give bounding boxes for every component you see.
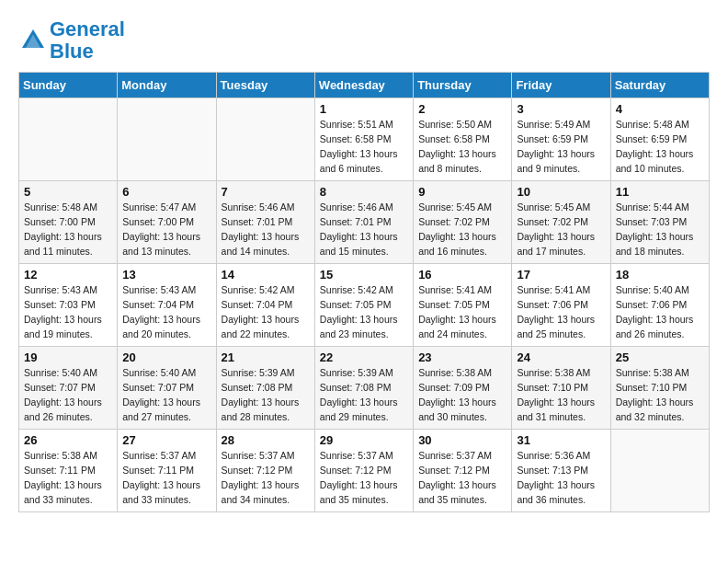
- calendar-cell: 13Sunrise: 5:43 AMSunset: 7:04 PMDayligh…: [118, 264, 216, 347]
- day-info: Sunrise: 5:38 AMSunset: 7:10 PMDaylight:…: [517, 366, 605, 424]
- calendar-cell: [19, 98, 118, 181]
- day-info: Sunrise: 5:41 AMSunset: 7:05 PMDaylight:…: [418, 283, 506, 341]
- logo: General Blue: [18, 18, 125, 63]
- calendar-table: SundayMondayTuesdayWednesdayThursdayFrid…: [18, 72, 710, 512]
- day-number: 2: [418, 102, 506, 116]
- day-number: 11: [616, 185, 704, 199]
- calendar-cell: 7Sunrise: 5:46 AMSunset: 7:01 PMDaylight…: [216, 181, 314, 264]
- day-info: Sunrise: 5:45 AMSunset: 7:02 PMDaylight:…: [418, 201, 506, 259]
- day-info: Sunrise: 5:37 AMSunset: 7:12 PMDaylight:…: [418, 449, 506, 507]
- day-info: Sunrise: 5:41 AMSunset: 7:06 PMDaylight:…: [517, 283, 605, 341]
- day-number: 31: [517, 433, 605, 447]
- day-number: 28: [222, 433, 310, 447]
- calendar-cell: 26Sunrise: 5:38 AMSunset: 7:11 PMDayligh…: [19, 430, 118, 512]
- day-info: Sunrise: 5:40 AMSunset: 7:07 PMDaylight:…: [122, 366, 210, 424]
- day-info: Sunrise: 5:39 AMSunset: 7:08 PMDaylight:…: [320, 366, 408, 424]
- calendar-cell: 3Sunrise: 5:49 AMSunset: 6:59 PMDaylight…: [512, 98, 610, 181]
- calendar-cell: 9Sunrise: 5:45 AMSunset: 7:02 PMDaylight…: [414, 181, 512, 264]
- day-number: 8: [320, 185, 408, 199]
- day-number: 26: [24, 433, 112, 447]
- calendar-cell: [216, 98, 314, 181]
- calendar-cell: 18Sunrise: 5:40 AMSunset: 7:06 PMDayligh…: [610, 264, 709, 347]
- header-cell-monday: Monday: [118, 73, 216, 98]
- page-header: General Blue: [18, 18, 710, 63]
- day-info: Sunrise: 5:42 AMSunset: 7:04 PMDaylight:…: [222, 283, 310, 341]
- calendar-cell: 15Sunrise: 5:42 AMSunset: 7:05 PMDayligh…: [314, 264, 413, 347]
- calendar-cell: 29Sunrise: 5:37 AMSunset: 7:12 PMDayligh…: [314, 430, 413, 512]
- day-number: 29: [320, 433, 408, 447]
- calendar-cell: 30Sunrise: 5:37 AMSunset: 7:12 PMDayligh…: [414, 430, 512, 512]
- header-cell-wednesday: Wednesday: [314, 73, 413, 98]
- calendar-body: 1Sunrise: 5:51 AMSunset: 6:58 PMDaylight…: [19, 98, 710, 512]
- header-cell-sunday: Sunday: [19, 73, 118, 98]
- day-info: Sunrise: 5:49 AMSunset: 6:59 PMDaylight:…: [517, 118, 605, 176]
- calendar-cell: 17Sunrise: 5:41 AMSunset: 7:06 PMDayligh…: [512, 264, 610, 347]
- calendar-cell: 12Sunrise: 5:43 AMSunset: 7:03 PMDayligh…: [19, 264, 118, 347]
- day-info: Sunrise: 5:40 AMSunset: 7:06 PMDaylight:…: [616, 283, 704, 341]
- day-info: Sunrise: 5:42 AMSunset: 7:05 PMDaylight:…: [320, 283, 408, 341]
- calendar-cell: 5Sunrise: 5:48 AMSunset: 7:00 PMDaylight…: [19, 181, 118, 264]
- calendar-cell: 21Sunrise: 5:39 AMSunset: 7:08 PMDayligh…: [216, 347, 314, 430]
- day-info: Sunrise: 5:39 AMSunset: 7:08 PMDaylight:…: [222, 366, 310, 424]
- header-cell-friday: Friday: [512, 73, 610, 98]
- day-info: Sunrise: 5:47 AMSunset: 7:00 PMDaylight:…: [122, 201, 210, 259]
- day-info: Sunrise: 5:37 AMSunset: 7:12 PMDaylight:…: [222, 449, 310, 507]
- calendar-cell: 20Sunrise: 5:40 AMSunset: 7:07 PMDayligh…: [118, 347, 216, 430]
- day-info: Sunrise: 5:37 AMSunset: 7:11 PMDaylight:…: [122, 449, 210, 507]
- calendar-cell: [118, 98, 216, 181]
- day-number: 12: [24, 268, 112, 282]
- day-number: 1: [320, 102, 408, 116]
- calendar-cell: 8Sunrise: 5:46 AMSunset: 7:01 PMDaylight…: [314, 181, 413, 264]
- day-number: 18: [616, 268, 704, 282]
- calendar-cell: 16Sunrise: 5:41 AMSunset: 7:05 PMDayligh…: [414, 264, 512, 347]
- calendar-week-4: 26Sunrise: 5:38 AMSunset: 7:11 PMDayligh…: [19, 430, 710, 512]
- day-number: 27: [122, 433, 210, 447]
- day-number: 25: [616, 350, 704, 364]
- day-number: 13: [122, 268, 210, 282]
- day-number: 5: [24, 185, 112, 199]
- header-cell-thursday: Thursday: [414, 73, 512, 98]
- header-cell-saturday: Saturday: [610, 73, 709, 98]
- calendar-cell: 6Sunrise: 5:47 AMSunset: 7:00 PMDaylight…: [118, 181, 216, 264]
- calendar-cell: 10Sunrise: 5:45 AMSunset: 7:02 PMDayligh…: [512, 181, 610, 264]
- day-number: 9: [418, 185, 506, 199]
- calendar-cell: 27Sunrise: 5:37 AMSunset: 7:11 PMDayligh…: [118, 430, 216, 512]
- calendar-cell: 25Sunrise: 5:38 AMSunset: 7:10 PMDayligh…: [610, 347, 709, 430]
- day-info: Sunrise: 5:48 AMSunset: 6:59 PMDaylight:…: [616, 118, 704, 176]
- calendar-week-3: 19Sunrise: 5:40 AMSunset: 7:07 PMDayligh…: [19, 347, 710, 430]
- calendar-week-2: 12Sunrise: 5:43 AMSunset: 7:03 PMDayligh…: [19, 264, 710, 347]
- calendar-cell: 1Sunrise: 5:51 AMSunset: 6:58 PMDaylight…: [314, 98, 413, 181]
- calendar-cell: 24Sunrise: 5:38 AMSunset: 7:10 PMDayligh…: [512, 347, 610, 430]
- day-number: 7: [222, 185, 310, 199]
- day-info: Sunrise: 5:43 AMSunset: 7:03 PMDaylight:…: [24, 283, 112, 341]
- logo-text: General Blue: [50, 18, 125, 63]
- calendar-cell: 22Sunrise: 5:39 AMSunset: 7:08 PMDayligh…: [314, 347, 413, 430]
- day-number: 14: [222, 268, 310, 282]
- day-info: Sunrise: 5:44 AMSunset: 7:03 PMDaylight:…: [616, 201, 704, 259]
- day-info: Sunrise: 5:45 AMSunset: 7:02 PMDaylight:…: [517, 201, 605, 259]
- calendar-cell: 28Sunrise: 5:37 AMSunset: 7:12 PMDayligh…: [216, 430, 314, 512]
- day-info: Sunrise: 5:38 AMSunset: 7:10 PMDaylight:…: [616, 366, 704, 424]
- day-info: Sunrise: 5:37 AMSunset: 7:12 PMDaylight:…: [320, 449, 408, 507]
- day-number: 15: [320, 268, 408, 282]
- day-number: 10: [517, 185, 605, 199]
- day-number: 4: [616, 102, 704, 116]
- day-info: Sunrise: 5:51 AMSunset: 6:58 PMDaylight:…: [320, 118, 408, 176]
- day-info: Sunrise: 5:38 AMSunset: 7:09 PMDaylight:…: [418, 366, 506, 424]
- calendar-cell: 2Sunrise: 5:50 AMSunset: 6:58 PMDaylight…: [414, 98, 512, 181]
- day-info: Sunrise: 5:40 AMSunset: 7:07 PMDaylight:…: [24, 366, 112, 424]
- day-info: Sunrise: 5:46 AMSunset: 7:01 PMDaylight:…: [320, 201, 408, 259]
- header-cell-tuesday: Tuesday: [216, 73, 314, 98]
- day-number: 30: [418, 433, 506, 447]
- day-number: 6: [122, 185, 210, 199]
- calendar-week-0: 1Sunrise: 5:51 AMSunset: 6:58 PMDaylight…: [19, 98, 710, 181]
- day-number: 3: [517, 102, 605, 116]
- calendar-cell: [610, 430, 709, 512]
- calendar-cell: 31Sunrise: 5:36 AMSunset: 7:13 PMDayligh…: [512, 430, 610, 512]
- day-info: Sunrise: 5:50 AMSunset: 6:58 PMDaylight:…: [418, 118, 506, 176]
- calendar-cell: 23Sunrise: 5:38 AMSunset: 7:09 PMDayligh…: [414, 347, 512, 430]
- day-number: 22: [320, 350, 408, 364]
- day-info: Sunrise: 5:36 AMSunset: 7:13 PMDaylight:…: [517, 449, 605, 507]
- day-info: Sunrise: 5:48 AMSunset: 7:00 PMDaylight:…: [24, 201, 112, 259]
- calendar-cell: 11Sunrise: 5:44 AMSunset: 7:03 PMDayligh…: [610, 181, 709, 264]
